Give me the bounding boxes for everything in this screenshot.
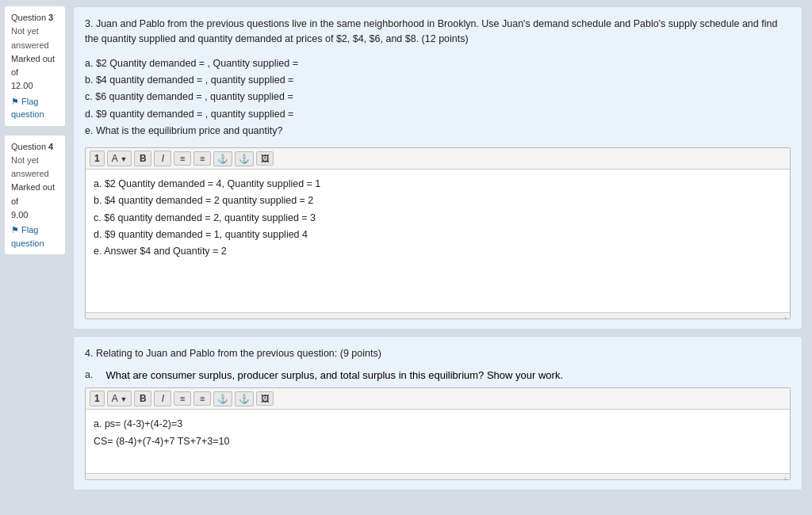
sidebar-item-question4: Question 4 Not yet answered Marked out o… [5,135,65,255]
question3-block: 3. Juan and Pablo from the previous ques… [73,6,802,330]
q4-marks-label: Marked out of [11,182,55,205]
sidebar-item-question3: Question 3 Not yet answered Marked out o… [5,6,65,126]
question3-editor-body[interactable]: a. $2 Quantity demanded = 4, Quantity su… [86,170,790,312]
q4-answer-line2: CS= (8-4)+(7-4)+7 TS+7+3=10 [94,433,782,450]
toolbar-unlink-btn[interactable]: ⚓ [235,151,254,166]
q4-answer-line1: a. ps= (4-3)+(4-2)=3 [94,416,782,433]
q4-toolbar-bold-btn[interactable]: B [134,391,151,406]
toolbar-font-btn[interactable]: A ▼ [107,151,132,166]
question4-toolbar: 1 A ▼ B I ≡ ≡ ⚓ ⚓ 🖼 [86,388,790,410]
editor4-resize-handle[interactable]: ⌞ [86,473,790,479]
q3-sub-c: c. $6 quantity demanded = , quantity sup… [85,89,791,105]
q3-sub-d: d. $9 quantity demanded = , quantity sup… [85,106,791,123]
q3-marks-value: 12.00 [11,81,33,90]
editor3-resize-handle[interactable]: ⌞ [86,312,790,319]
q3-answer-e: e. Answer $4 and Quantity = 2 [94,243,782,260]
q3-answer-b: b. $4 quantity demanded = 2 quantity sup… [94,193,782,209]
q4-toolbar-font-label: A [112,393,117,404]
resize-icon4: ⌞ [784,472,788,481]
q4-toolbar-link-btn[interactable]: ⚓ [213,391,232,406]
question4-sub-row: a. What are consumer surplus, producer s… [85,369,791,381]
toolbar-ol-btn[interactable]: ≡ [174,151,191,166]
question4-block: 4. Relating to Juan and Pablo from the p… [73,336,802,490]
q3-answer-a: a. $2 Quantity demanded = 4, Quantity su… [94,176,782,193]
q3-label: Question 3 [11,13,53,22]
question3-prompt: 3. Juan and Pablo from the previous ques… [85,17,791,48]
q4-toolbar-italic-btn[interactable]: I [154,391,171,406]
toolbar-bold-btn[interactable]: B [134,151,151,166]
question4-editor-body[interactable]: a. ps= (4-3)+(4-2)=3 CS= (8-4)+(7-4)+7 T… [86,410,790,473]
q3-sub-b: b. $4 quantity demanded = , quantity sup… [85,72,791,89]
resize-icon: ⌞ [784,311,788,320]
q4-flag-link[interactable]: ⚑ Flag question [11,223,59,250]
toolbar-italic-btn[interactable]: I [154,151,171,166]
sidebar: Question 3 Not yet answered Marked out o… [0,0,70,515]
q3-answer-d: d. $9 quantity demanded = 1, quantity su… [94,227,782,243]
q4-label: Question 4 [11,142,53,151]
q3-sub-a: a. $2 Quantity demanded = , Quantity sup… [85,55,791,72]
question4-prompt: 4. Relating to Juan and Pablo from the p… [85,346,791,361]
q4-label-text: Question [11,142,46,151]
q4-number: 4 [48,142,53,151]
q4-toolbar-unlink-btn[interactable]: ⚓ [235,391,254,406]
q3-label-text: Question [11,13,46,22]
q3-marks-label: Marked out of [11,54,55,77]
q4-toolbar-font-arrow: ▼ [120,395,127,403]
q4-sub-a-text: What are consumer surplus, producer surp… [105,369,563,381]
q3-answer-c: c. $6 quantity demanded = 2, quantity su… [94,210,782,227]
q4-sub-a-label: a. [85,369,93,380]
question4-editor: 1 A ▼ B I ≡ ≡ ⚓ ⚓ 🖼 a. ps= (4-3)+(4-2)=3… [85,387,791,480]
q4-status: Not yet answered [11,155,49,178]
q4-toolbar-ol-btn[interactable]: ≡ [174,391,191,406]
toolbar-link-btn[interactable]: ⚓ [213,151,232,166]
q3-number: 3 [48,13,53,22]
question3-toolbar: 1 A ▼ B I ≡ ≡ ⚓ ⚓ 🖼 [86,148,790,170]
q3-status: Not yet answered [11,26,49,49]
q4-toolbar-image-btn[interactable]: 🖼 [256,391,274,406]
q3-flag-link[interactable]: ⚑ Flag question [11,95,59,121]
toolbar-image-btn[interactable]: 🖼 [256,151,274,166]
question3-sub-items: a. $2 Quantity demanded = , Quantity sup… [85,55,791,139]
main-content: 3. Juan and Pablo from the previous ques… [70,0,812,515]
q4-toolbar-ul-btn[interactable]: ≡ [193,391,211,406]
toolbar-num-btn[interactable]: 1 [90,151,105,166]
toolbar-font-arrow: ▼ [120,155,127,163]
toolbar-ul-btn[interactable]: ≡ [193,151,211,166]
q4-toolbar-num-btn[interactable]: 1 [90,391,105,406]
q4-toolbar-font-btn[interactable]: A ▼ [107,391,132,406]
q3-sub-e: e. What is the equilibrium price and qua… [85,123,791,139]
question3-editor: 1 A ▼ B I ≡ ≡ ⚓ ⚓ 🖼 a. $2 Quantity deman… [85,147,791,319]
toolbar-font-label: A [112,153,117,164]
q4-marks-value: 9.00 [11,210,28,219]
